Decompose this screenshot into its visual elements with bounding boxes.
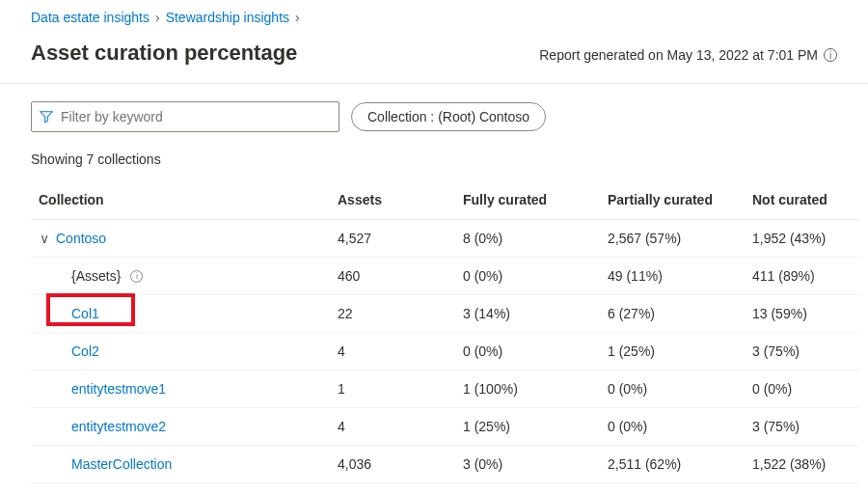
table-row: Col240 (0%)1 (25%)3 (75%) <box>31 333 860 370</box>
filter-icon <box>40 110 53 124</box>
cell-not: 0 (0%) <box>745 370 860 408</box>
breadcrumb-stewardship[interactable]: Stewardship insights <box>166 10 289 25</box>
cell-assets: 460 <box>330 258 455 295</box>
cell-fully: 3 (14%) <box>455 295 600 333</box>
collection-cell: Col2 <box>39 343 322 359</box>
collection-cell: ∨Contoso <box>39 231 322 246</box>
chevron-right-icon: › <box>155 10 160 25</box>
cell-assets: 4 <box>330 333 455 370</box>
breadcrumb-data-estate[interactable]: Data estate insights <box>31 10 149 25</box>
collections-table: Collection Assets Fully curated Partiall… <box>31 180 860 483</box>
cell-fully: 1 (100%) <box>455 370 600 408</box>
cell-partially: 0 (0%) <box>600 408 745 446</box>
collection-cell: entitytestmove1 <box>39 381 322 397</box>
chevron-down-icon[interactable]: ∨ <box>39 231 50 246</box>
cell-not: 411 (89%) <box>745 258 860 295</box>
cell-assets: 1 <box>330 370 455 408</box>
breadcrumb: Data estate insights › Stewardship insig… <box>0 0 868 31</box>
col-header-collection[interactable]: Collection <box>31 180 330 220</box>
collections-table-wrap: Collection Assets Fully curated Partiall… <box>0 180 868 483</box>
cell-not: 1,522 (38%) <box>745 446 860 483</box>
collection-name[interactable]: Col2 <box>71 343 99 359</box>
cell-not: 3 (75%) <box>745 408 860 446</box>
collection-name: {Assets} <box>71 268 121 284</box>
collection-cell: Col1 <box>39 306 322 321</box>
table-row: MasterCollection4,0363 (0%)2,511 (62%)1,… <box>31 446 860 483</box>
collection-name[interactable]: entitytestmove1 <box>71 381 166 397</box>
cell-partially: 2,511 (62%) <box>600 446 745 483</box>
cell-not: 1,952 (43%) <box>745 220 860 258</box>
filter-keyword-input[interactable] <box>53 109 331 124</box>
col-header-fully[interactable]: Fully curated <box>455 180 600 220</box>
cell-partially: 1 (25%) <box>600 333 745 370</box>
cell-assets: 4,036 <box>330 446 455 483</box>
collection-name[interactable]: MasterCollection <box>71 456 172 472</box>
cell-fully: 1 (25%) <box>455 408 600 446</box>
cell-not: 3 (75%) <box>745 333 860 370</box>
cell-assets: 22 <box>330 295 455 333</box>
chevron-right-icon: › <box>295 10 300 25</box>
table-row: entitytestmove241 (25%)0 (0%)3 (75%) <box>31 408 860 446</box>
cell-partially: 6 (27%) <box>600 295 745 333</box>
report-time-text: Report generated on May 13, 2022 at 7:01… <box>539 47 818 63</box>
page-title: Asset curation percentage <box>31 41 297 66</box>
cell-assets: 4,527 <box>330 220 455 258</box>
info-icon[interactable]: i <box>824 48 837 62</box>
cell-fully: 3 (0%) <box>455 446 600 483</box>
col-header-partially[interactable]: Partially curated <box>600 180 745 220</box>
col-header-assets[interactable]: Assets <box>330 180 455 220</box>
results-count: Showing 7 collections <box>0 142 868 180</box>
report-timestamp: Report generated on May 13, 2022 at 7:01… <box>539 47 837 63</box>
collection-name[interactable]: Contoso <box>56 231 106 246</box>
cell-fully: 0 (0%) <box>455 333 600 370</box>
col-header-not[interactable]: Not curated <box>745 180 860 220</box>
table-row: entitytestmove111 (100%)0 (0%)0 (0%) <box>31 370 860 408</box>
cell-partially: 0 (0%) <box>600 370 745 408</box>
info-icon[interactable]: i <box>130 270 143 283</box>
cell-partially: 49 (11%) <box>600 258 745 295</box>
filter-input-wrapper[interactable] <box>31 101 339 132</box>
collection-cell: {Assets}i <box>39 268 322 284</box>
cell-fully: 8 (0%) <box>455 220 600 258</box>
cell-not: 13 (59%) <box>745 295 860 333</box>
table-row: Col1223 (14%)6 (27%)13 (59%) <box>31 295 860 333</box>
collection-filter-pill[interactable]: Collection : (Root) Contoso <box>351 102 546 131</box>
collection-name[interactable]: entitytestmove2 <box>71 419 166 434</box>
table-row: ∨Contoso4,5278 (0%)2,567 (57%)1,952 (43%… <box>31 220 860 258</box>
cell-fully: 0 (0%) <box>455 258 600 295</box>
cell-assets: 4 <box>330 408 455 446</box>
collection-cell: MasterCollection <box>39 456 322 472</box>
table-row: {Assets}i4600 (0%)49 (11%)411 (89%) <box>31 258 860 295</box>
page-header: Asset curation percentage Report generat… <box>0 31 868 84</box>
cell-partially: 2,567 (57%) <box>600 220 745 258</box>
collection-name[interactable]: Col1 <box>71 306 99 321</box>
controls-row: Collection : (Root) Contoso <box>0 84 868 142</box>
collection-cell: entitytestmove2 <box>39 419 322 434</box>
